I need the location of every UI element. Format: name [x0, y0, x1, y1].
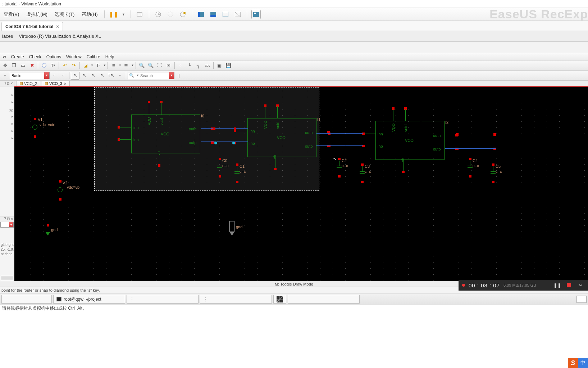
app-title[interactable]: Virtuoso (R) Visualization & Analysis XL [19, 33, 101, 39]
zoom-fit-icon[interactable]: ⛶ [155, 62, 164, 69]
view-fullscreen-icon[interactable] [221, 10, 230, 19]
chevron-down-icon[interactable]: ▼ [44, 72, 49, 79]
chevron-down-icon[interactable]: ▼ [169, 72, 174, 79]
chevron-down-icon[interactable]: ▼ [91, 64, 94, 67]
align-left-icon[interactable]: ≡ [109, 62, 118, 69]
descend-icon[interactable]: ▣ [215, 62, 224, 69]
taskbar-item-terminal[interactable]: root@qqw:~/project [53, 295, 125, 304]
voltage-source-icon [58, 187, 63, 192]
menu-vm[interactable]: 虚拟机(M) [24, 10, 50, 18]
highlight-icon[interactable]: ◢ [81, 62, 90, 69]
redo-icon[interactable]: ↷ [69, 62, 78, 69]
select-icon[interactable]: ↖ [71, 72, 79, 80]
help-icon[interactable]: ? [4, 82, 6, 85]
close-icon[interactable]: ✕ [10, 82, 13, 85]
library-combo[interactable]: ▼ [10, 72, 50, 79]
wire2-icon[interactable]: ┐ [194, 62, 203, 69]
menu-help[interactable]: 帮助(H) [79, 10, 100, 18]
clip-icon[interactable]: ✂ [576, 281, 584, 289]
dropdown-icon[interactable]: ▼ [121, 10, 126, 19]
taskbar-item[interactable]: ⋮ [200, 295, 272, 304]
zoom-sel-icon[interactable]: ⊡ [164, 62, 173, 69]
search-box[interactable]: 🔍 ▼ ▼ [128, 72, 174, 79]
pin [469, 175, 471, 178]
textsize-icon[interactable]: T↕ [94, 62, 102, 69]
undo-icon[interactable]: ↶ [60, 62, 69, 69]
cad-menu-window[interactable]: Window [64, 54, 84, 60]
close-icon[interactable]: ✕ [10, 217, 13, 221]
label-icon[interactable]: abc [203, 62, 212, 69]
select-all-icon[interactable]: ↖ [98, 72, 106, 80]
chevron-down-icon[interactable]: ▼ [103, 64, 106, 67]
copy-icon[interactable]: ❐ [10, 62, 18, 69]
lib-icon[interactable]: ▫ [1, 72, 9, 80]
zoom-out-icon[interactable]: 🔍 [146, 62, 155, 69]
cad-menu-help[interactable]: Help [103, 54, 117, 60]
pause-icon[interactable]: ❚❚ [109, 10, 118, 19]
place-icon[interactable]: ▫ [176, 62, 185, 69]
cad-menu-create[interactable]: Create [9, 54, 26, 60]
select-text-icon[interactable]: T↖ [107, 72, 115, 80]
deselect-icon[interactable]: ▫ [116, 72, 124, 80]
snapshot-icon[interactable] [154, 10, 163, 19]
zoom-in-icon[interactable]: 🔍 [137, 62, 146, 69]
pin-icon[interactable]: ⊡ [7, 82, 10, 85]
taskbar-item[interactable] [288, 295, 360, 304]
panel-combo[interactable]: ▼ [0, 222, 14, 228]
tool-a-icon[interactable]: ▫ [50, 72, 59, 80]
wire-icon[interactable]: └ [185, 62, 194, 69]
pause-icon[interactable]: ❚❚ [553, 281, 561, 289]
tool-b-icon[interactable]: ▫ [59, 72, 68, 80]
close-icon[interactable]: × [56, 24, 59, 29]
wire [235, 131, 247, 131]
view-unity-icon[interactable] [233, 10, 242, 19]
scrollbar[interactable] [1, 276, 13, 280]
schematic-canvas[interactable]: V1 vdc=vctrl V2 vdc=vb gnd gnd. I0VCOinn… [14, 86, 588, 281]
close-icon[interactable]: ✕ [64, 82, 67, 86]
tray-item[interactable] [576, 296, 587, 303]
taskbar-item[interactable]: ⋮ [127, 295, 199, 304]
menu-view[interactable]: 查看(V) [1, 10, 21, 18]
library-input[interactable] [10, 72, 44, 79]
chevron-down-icon[interactable]: ▼ [131, 64, 134, 67]
delete-icon[interactable]: ✖ [28, 62, 36, 69]
save-icon[interactable]: 💾 [224, 62, 233, 69]
snapshot-revert-icon[interactable] [166, 10, 175, 19]
vm-tab-centos[interactable]: CentOS 7 64-bit tutorial × [1, 22, 63, 31]
cadence-toolbar-1: ✥ ❐ ▭ ✖ ⓘ T+ ↶ ↷ ◢▼ T↕▼ ≡▼ ≣▼ 🔍 🔍 ⛶ ⊡ ▫ … [0, 60, 588, 71]
info-icon[interactable]: ⓘ [40, 62, 48, 69]
snapshot-manage-icon[interactable] [178, 10, 187, 19]
text-icon[interactable]: T+ [49, 62, 57, 69]
menu-tabs[interactable]: 选项卡(T) [53, 10, 77, 18]
stop-icon[interactable] [565, 281, 573, 289]
pin-icon[interactable]: ⊡ [7, 217, 10, 221]
search-go-icon[interactable]: | [175, 72, 183, 80]
view-console-icon[interactable] [209, 10, 218, 19]
doc-tab-vco2[interactable]: VCO_2 [17, 81, 40, 86]
align-center-icon[interactable]: ≣ [122, 62, 131, 69]
view-library-icon[interactable] [251, 10, 261, 19]
places-menu[interactable]: laces [2, 33, 13, 39]
doc-tab-vco3[interactable]: VCO_3 ✕ [42, 81, 70, 86]
cad-menu-options[interactable]: Options [44, 54, 63, 60]
cad-menu-calibre[interactable]: Calibre [85, 54, 102, 60]
taskbar-item-empty[interactable] [1, 295, 52, 304]
view-single-icon[interactable] [196, 10, 206, 19]
chevron-down-icon[interactable]: ▼ [119, 64, 122, 67]
send-ctrlaltdel-icon[interactable] [135, 10, 145, 19]
cad-menu-w[interactable]: w [1, 54, 8, 60]
chevron-down-icon[interactable]: ▼ [135, 74, 140, 77]
move-icon[interactable]: ✥ [1, 62, 9, 69]
port-label: vb [156, 151, 161, 156]
taskbar-label: root@qqw:~/project [64, 297, 101, 302]
paste-icon[interactable]: ▭ [19, 62, 27, 69]
cap-name: C4 [473, 158, 478, 163]
ime-indicator[interactable]: S 中 [568, 358, 588, 368]
cad-menu-check[interactable]: Check [27, 54, 44, 60]
select-sub-icon[interactable]: ↖ [89, 72, 97, 80]
pin [219, 175, 221, 178]
taskbar-item-pattern[interactable] [273, 295, 286, 304]
search-input[interactable] [140, 72, 169, 79]
select-add-icon[interactable]: ↖ [80, 72, 88, 80]
help-icon[interactable]: ? [4, 217, 6, 221]
